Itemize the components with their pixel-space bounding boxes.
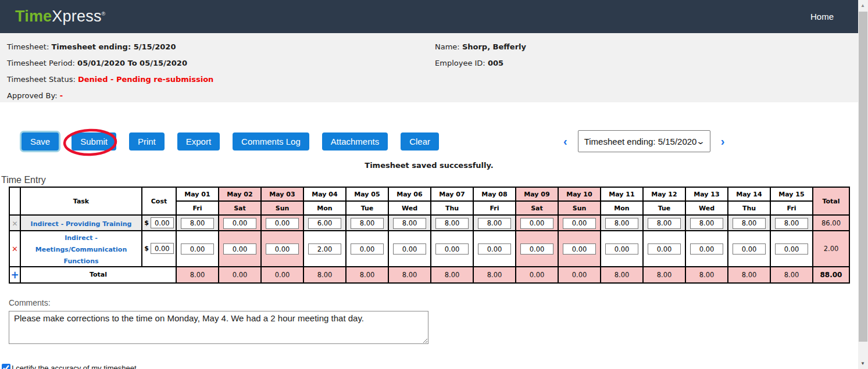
currency-symbol: $ <box>144 245 149 252</box>
dow-header-Fri: Fri <box>770 201 813 215</box>
hours-input[interactable] <box>733 243 766 255</box>
status-badge: Denied - Pending re-submission <box>78 75 213 84</box>
hours-input[interactable] <box>520 218 553 229</box>
hours-input[interactable] <box>563 218 596 229</box>
hours-input[interactable] <box>393 243 426 255</box>
chevron-down-icon: ⌄ <box>696 137 705 146</box>
name-line: Name: Shorp, Befferly <box>435 39 526 55</box>
scrollbar-thumb[interactable] <box>859 12 867 342</box>
delete-row-icon-disabled[interactable]: ✕ <box>12 220 17 228</box>
hours-input[interactable] <box>733 218 766 229</box>
cost-column-header: Cost <box>142 187 176 215</box>
hours-input[interactable] <box>605 243 638 255</box>
app-logo: TimeXpress® <box>15 8 105 26</box>
certify-label: I certify the accuracy of my timesheet. <box>12 364 138 369</box>
hours-input[interactable] <box>266 218 299 229</box>
period-select-value: Timesheet ending: 5/15/2020 <box>584 137 697 146</box>
total-row-label: Total <box>20 267 176 283</box>
day-total: 8.00 <box>176 267 219 283</box>
task-column-header: Task <box>20 187 142 215</box>
hours-input[interactable] <box>690 243 723 255</box>
timesheet-value: Timesheet ending: 5/15/2020 <box>51 42 176 51</box>
day-total: 8.00 <box>685 267 728 283</box>
hours-input[interactable] <box>775 218 808 229</box>
dow-header-Tue: Tue <box>643 201 685 215</box>
comments-textarea[interactable]: Please make corrections to the time on M… <box>9 311 428 344</box>
cost-input[interactable] <box>151 243 174 254</box>
saved-message: Timesheet saved successfully. <box>0 161 858 170</box>
task-link[interactable]: Indirect - Providing Training <box>31 220 132 228</box>
approved-by-label: Approved By: <box>7 91 58 100</box>
day-total: 8.00 <box>431 267 473 283</box>
day-total: 0.00 <box>516 267 558 283</box>
comments-label: Comments: <box>9 298 858 307</box>
dow-header-Mon: Mon <box>601 201 643 215</box>
dow-header-Sun: Sun <box>261 201 303 215</box>
add-row-icon[interactable]: + <box>10 269 19 281</box>
hours-input[interactable] <box>308 243 341 255</box>
dow-header-Mon: Mon <box>303 201 346 215</box>
delete-row-icon[interactable]: ✕ <box>12 245 18 253</box>
hours-input[interactable] <box>266 243 299 255</box>
approved-line: Approved By: - <box>7 88 213 104</box>
timesheet-period-select[interactable]: Timesheet ending: 5/15/2020 ⌄ <box>578 130 710 152</box>
hours-input[interactable] <box>648 243 681 255</box>
hours-input[interactable] <box>223 218 256 229</box>
dow-header-Thu: Thu <box>728 201 770 215</box>
hours-input[interactable] <box>223 243 256 255</box>
employee-name: Shorp, Befferly <box>462 42 526 51</box>
registered-mark: ® <box>102 11 106 17</box>
hours-input[interactable] <box>181 218 214 229</box>
day-total: 8.00 <box>728 267 770 283</box>
hours-input[interactable] <box>181 243 214 255</box>
dow-header-Fri: Fri <box>473 201 516 215</box>
day-header-May-08: May 08 <box>473 187 516 201</box>
attachments-button[interactable]: Attachments <box>322 132 388 151</box>
submit-button[interactable]: Submit <box>72 132 116 151</box>
dow-header-Thu: Thu <box>431 201 473 215</box>
task-link[interactable]: Indirect - Meetings/Communication Functi… <box>35 234 127 265</box>
hours-input[interactable] <box>351 243 384 255</box>
comments-log-button[interactable]: Comments Log <box>233 132 309 151</box>
previous-period-arrow[interactable]: ‹ <box>562 135 569 147</box>
clear-button[interactable]: Clear <box>401 132 439 151</box>
hours-input[interactable] <box>308 218 341 229</box>
export-button[interactable]: Export <box>177 132 220 151</box>
day-header-May-05: May 05 <box>346 187 388 201</box>
status-line: Timesheet Status: Denied - Pending re-su… <box>7 71 213 88</box>
hours-input[interactable] <box>690 218 723 229</box>
day-header-May-15: May 15 <box>770 187 813 201</box>
hours-input[interactable] <box>775 243 808 255</box>
scrollbar-up-arrow[interactable]: ▲ <box>860 3 865 8</box>
period-line: Timesheet Period: 05/01/2020 To 05/15/20… <box>7 55 213 71</box>
dow-header-Tue: Tue <box>346 201 388 215</box>
certify-checkbox[interactable] <box>2 364 10 369</box>
print-button[interactable]: Print <box>129 132 165 151</box>
dow-header-Sun: Sun <box>558 201 601 215</box>
next-period-arrow[interactable]: › <box>720 135 726 147</box>
hours-input[interactable] <box>648 218 681 229</box>
hours-input[interactable] <box>605 218 638 229</box>
hours-input[interactable] <box>351 218 384 229</box>
hours-input[interactable] <box>393 218 426 229</box>
scrollbar-down-arrow[interactable]: ▼ <box>860 361 865 366</box>
save-button[interactable]: Save <box>22 132 59 151</box>
day-header-May-11: May 11 <box>601 187 643 201</box>
vertical-scrollbar[interactable]: ▲ ▼ <box>858 0 868 369</box>
day-header-May-12: May 12 <box>643 187 685 201</box>
day-header-May-07: May 07 <box>431 187 473 201</box>
hours-input[interactable] <box>478 243 511 255</box>
home-link[interactable]: Home <box>810 12 843 22</box>
toolbar: Save Submit Print Export Comments Log At… <box>22 130 858 152</box>
total-column-header: Total <box>813 187 849 215</box>
hours-input[interactable] <box>563 243 596 255</box>
hours-input[interactable] <box>520 243 553 255</box>
day-total: 8.00 <box>473 267 516 283</box>
cost-input[interactable] <box>151 217 174 228</box>
day-header-May-09: May 09 <box>516 187 558 201</box>
day-header-May-02: May 02 <box>219 187 261 201</box>
hours-input[interactable] <box>435 243 469 255</box>
dow-header-Wed: Wed <box>388 201 431 215</box>
hours-input[interactable] <box>435 218 469 229</box>
hours-input[interactable] <box>478 218 511 229</box>
